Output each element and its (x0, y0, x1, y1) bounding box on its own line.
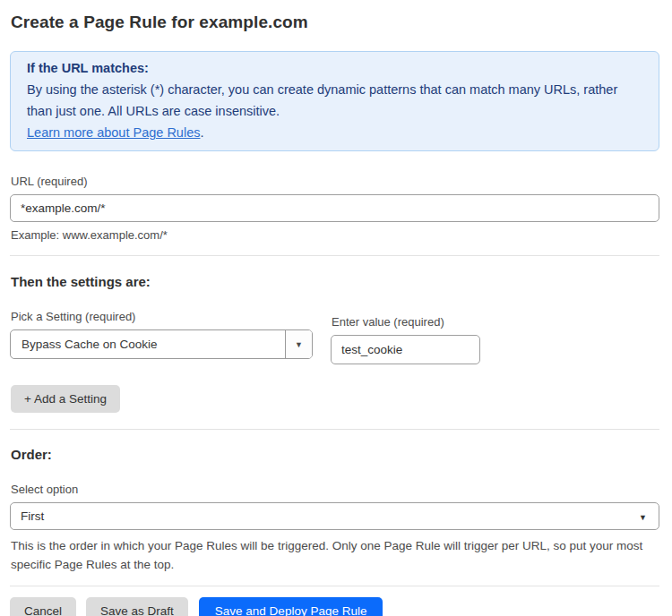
cancel-button[interactable]: Cancel (10, 597, 76, 616)
learn-more-link[interactable]: Learn more about Page Rules (27, 125, 200, 140)
order-select[interactable]: First ▼ (10, 502, 659, 530)
divider (10, 255, 659, 256)
link-period: . (200, 125, 203, 140)
form-actions: Cancel Save as Draft Save and Deploy Pag… (10, 597, 659, 616)
info-box-heading: If the URL matches: (27, 57, 642, 79)
chevron-down-icon: ▼ (295, 340, 303, 349)
order-select-label: Select option (11, 483, 659, 496)
page-rule-form: Create a Page Rule for example.com If th… (0, 0, 672, 616)
chevron-down-icon: ▼ (639, 513, 647, 522)
url-field-label: URL (required) (11, 175, 659, 188)
pick-setting-label: Pick a Setting (required) (11, 310, 313, 323)
settings-row: Pick a Setting (required) Bypass Cache o… (10, 310, 659, 364)
url-match-info-box: If the URL matches: By using the asteris… (10, 51, 659, 151)
setting-value-input[interactable] (331, 335, 480, 364)
setting-dropdown-button[interactable]: ▼ (285, 330, 312, 358)
enter-value-label: Enter value (required) (332, 315, 480, 329)
divider (10, 429, 659, 430)
url-example-helper: Example: www.example.com/* (11, 228, 659, 242)
enter-value-column: Enter value (required) (331, 315, 480, 364)
order-helper-text: This is the order in which your Page Rul… (11, 536, 656, 574)
info-box-link-line: Learn more about Page Rules. (27, 122, 642, 143)
info-box-body: By using the asterisk (*) character, you… (27, 79, 642, 122)
setting-dropdown[interactable]: Bypass Cache on Cookie ▼ (10, 329, 313, 359)
order-select-value: First (21, 509, 44, 523)
url-input[interactable] (10, 194, 659, 222)
save-as-draft-button[interactable]: Save as Draft (86, 597, 188, 616)
setting-dropdown-value: Bypass Cache on Cookie (11, 330, 285, 358)
pick-setting-column: Pick a Setting (required) Bypass Cache o… (10, 310, 313, 359)
order-section-heading: Order: (11, 447, 659, 462)
page-title: Create a Page Rule for example.com (11, 13, 659, 32)
save-and-deploy-button[interactable]: Save and Deploy Page Rule (199, 597, 383, 616)
add-setting-button[interactable]: + Add a Setting (11, 385, 120, 413)
divider (10, 586, 659, 586)
settings-section-heading: Then the settings are: (11, 274, 659, 289)
